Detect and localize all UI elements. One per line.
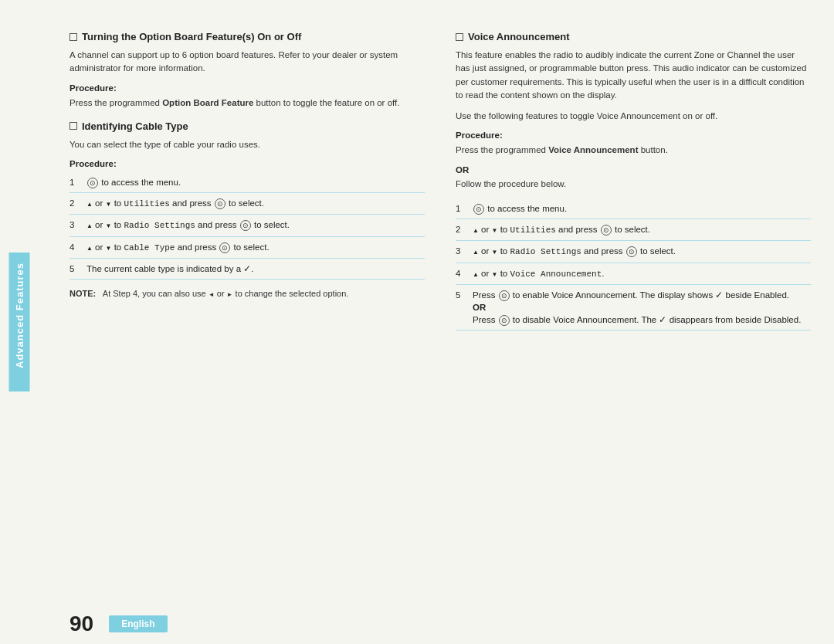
ok-icon: ⊙ [499,315,510,326]
right-column: Voice Announcement This feature enables … [456,31,811,604]
step-item: 3 or to Radio Settings and press ⊙ to se… [70,215,425,236]
page-footer: 90 English [70,612,834,636]
main-content: Turning the Option Board Feature(s) On o… [70,31,811,604]
or-label-2: OR [473,303,486,312]
voice-announcement-title: Voice Announcement [456,31,811,42]
page-container: Advanced Features Turning the Option Boa… [0,0,834,644]
step-item: 5 Press ⊙ to enable Voice Announcement. … [456,285,811,330]
option-board-body: A channel can support up to 6 option boa… [70,49,425,76]
ok-icon: ⊙ [499,290,510,301]
voice-announcement-steps: 1 ⊙ to access the menu. 2 or to Utilitie… [456,198,811,331]
arrow-up-icon [86,198,93,208]
voice-announcement-body: This feature enables the radio to audibl… [456,49,811,102]
cable-type-icon [70,122,77,130]
option-board-procedure-text: Press the programmed Option Board Featur… [70,97,425,110]
ok-icon: ⊙ [219,242,230,253]
left-column: Turning the Option Board Feature(s) On o… [70,31,425,604]
arrow-up-icon [86,242,93,252]
cable-type-procedure-label: Procedure: [70,159,425,168]
ok-icon: ⊙ [626,246,637,257]
step-item: 3 or to Radio Settings and press ⊙ to se… [456,241,811,263]
voice-quick-procedure: Press the programmed Voice Announcement … [456,144,811,157]
voice-announcement-procedure-label: Procedure: [456,130,811,140]
option-board-title: Turning the Option Board Feature(s) On o… [70,31,425,42]
sidebar-label: Advanced Features [9,253,30,391]
language-badge: English [109,615,167,632]
arrow-right-icon [227,289,233,298]
ok-icon: ⊙ [215,198,225,209]
follow-text: Follow the procedure below. [456,178,811,191]
arrow-down-icon [492,246,498,256]
arrow-down-icon [492,269,498,278]
option-board-icon [70,33,77,41]
note-block: NOTE: At Step 4, you can also use or to … [70,287,425,300]
step-item: 4 or to Voice Announcement. [456,263,811,285]
cable-type-body: You can select the type of cable your ra… [70,138,425,151]
ok-icon: ⊙ [473,204,484,215]
cable-type-title: Identifying Cable Type [70,120,425,132]
option-board-procedure-label: Procedure: [70,83,425,93]
voice-announcement-body2: Use the following features to toggle Voi… [456,110,811,123]
ok-icon: ⊙ [601,225,612,236]
arrow-up-icon [86,220,93,229]
step-item: 1 ⊙ to access the menu. [70,172,425,193]
voice-announcement-icon [456,33,463,41]
arrow-down-icon [106,242,112,252]
arrow-down-icon [492,225,498,234]
page-number: 90 [70,612,93,636]
arrow-up-icon [473,246,479,256]
step-item: 2 or to Utilities and press ⊙ to select. [70,193,425,215]
step-item: 4 or to Cable Type and press ⊙ to select… [70,237,425,259]
two-col-layout: Turning the Option Board Feature(s) On o… [70,31,811,604]
step-item: 1 ⊙ to access the menu. [456,198,811,219]
arrow-down-icon [106,220,112,229]
arrow-up-icon [473,269,479,278]
step-item: 5 The current cable type is indicated by… [70,259,425,280]
or-label-1: OR [456,165,811,175]
arrow-down-icon [106,198,112,208]
arrow-left-icon [208,289,215,298]
cable-type-steps: 1 ⊙ to access the menu. 2 or to Utilitie… [70,172,425,280]
step-item: 2 or to Utilities and press ⊙ to select. [456,219,811,241]
ok-icon: ⊙ [87,178,98,188]
arrow-up-icon [473,225,479,234]
ok-icon: ⊙ [240,220,251,231]
